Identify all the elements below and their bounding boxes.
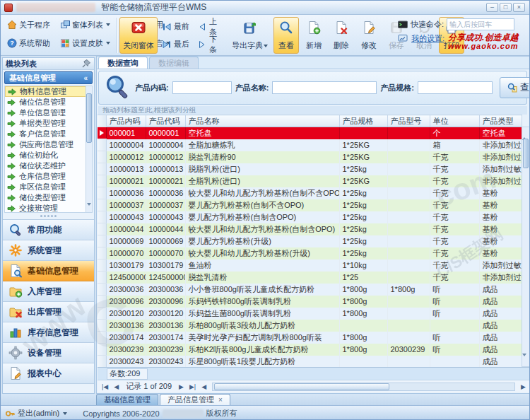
- maximize-button[interactable]: □: [500, 3, 512, 12]
- grid-cell[interactable]: 添加剂过敏原: [479, 259, 522, 272]
- scroll-down-icon[interactable]: [87, 206, 92, 211]
- row-indicator-cell[interactable]: [98, 272, 106, 284]
- grid-cell[interactable]: [387, 247, 430, 259]
- grid-cell[interactable]: 乐星800g听装1段婴儿配方奶粉: [185, 356, 339, 368]
- table-row[interactable]: 2030024320300243乐星800g听装1段婴儿配方奶粉成品: [98, 356, 522, 368]
- hscroll-track[interactable]: [212, 383, 515, 391]
- column-header-产品内码[interactable]: 产品内码: [106, 115, 146, 127]
- row-indicator-cell[interactable]: [98, 139, 106, 151]
- table-row[interactable]: 1000003710000037婴儿配方乳粉基粉(自制不含OPO)1*25kg千…: [98, 199, 522, 211]
- pin-icon[interactable]: [81, 59, 91, 69]
- toolbar-button-nav-first[interactable]: 最前: [160, 18, 194, 35]
- grid-cell[interactable]: 10000069: [146, 235, 185, 247]
- grid-cell[interactable]: 20300243: [106, 356, 146, 368]
- grid-cell[interactable]: [387, 308, 430, 320]
- grid-cell[interactable]: 1*25kg: [339, 247, 387, 259]
- grid-cell[interactable]: 1*25KG: [339, 139, 387, 151]
- grid-cell[interactable]: [387, 139, 430, 151]
- scroll-thumb[interactable]: [86, 93, 92, 143]
- grid-scroll-up-icon[interactable]: [522, 129, 529, 137]
- grid-cell[interactable]: 脱盐乳清粉: [185, 272, 339, 284]
- grid-scrollbar[interactable]: [522, 127, 530, 367]
- grid-cell[interactable]: [387, 235, 430, 247]
- grid-cell[interactable]: 成品: [479, 284, 522, 296]
- column-header-产品型号[interactable]: 产品型号: [387, 115, 430, 127]
- column-header-产品名称[interactable]: 产品名称: [185, 115, 339, 127]
- module-button-常用功能[interactable]: 常用功能: [3, 220, 94, 240]
- grid-cell[interactable]: 000001: [106, 127, 146, 139]
- grid-cell[interactable]: 10000043: [146, 211, 185, 223]
- row-indicator-cell[interactable]: [98, 320, 106, 332]
- table-row[interactable]: 1030017910300179鱼油粉1*10kg千克添加剂过敏原: [98, 259, 522, 272]
- grid-cell[interactable]: 听: [430, 332, 479, 344]
- grid-cell[interactable]: 婴儿配方乳粉基粉(自制不含OPO): [185, 199, 339, 211]
- table-row[interactable]: 1000000410000004全脂加糖炼乳1*25KG箱非添加剂过敏原: [98, 139, 522, 151]
- grid-cell[interactable]: 较大婴儿和幼儿配方乳粉基粉(自制不含OPO): [185, 187, 339, 199]
- grid-cell[interactable]: 20300096: [106, 296, 146, 308]
- grid-cell[interactable]: 千克: [430, 235, 479, 247]
- row-indicator-cell[interactable]: [98, 175, 106, 187]
- grid-cell[interactable]: 乐妈益生菌800g听装调制乳粉: [185, 308, 339, 320]
- grid-cell[interactable]: 千克: [430, 211, 479, 223]
- row-indicator-cell[interactable]: [98, 235, 106, 247]
- table-row[interactable]: 1000002110000021全脂乳粉(进口)1*25KG千克非添加剂过敏原: [98, 175, 522, 187]
- row-indicator-cell[interactable]: [98, 344, 106, 356]
- grid-cell[interactable]: 基粉: [479, 235, 522, 247]
- pager-last-button[interactable]: ▶|: [188, 383, 197, 390]
- grid-cell[interactable]: 20300036: [106, 284, 146, 296]
- grid-cell[interactable]: [387, 151, 430, 163]
- table-row[interactable]: 2030012020300120乐妈益生菌800g听装调制乳粉1*800g听成品: [98, 308, 522, 320]
- grid-cell[interactable]: 基粉: [479, 199, 522, 211]
- module-button-出库管理[interactable]: 出库管理: [3, 302, 94, 322]
- table-row[interactable]: 1000001210000012脱盐乳清粉901*25KG千克非添加剂过敏原: [98, 151, 522, 163]
- grid-cell[interactable]: [387, 175, 430, 187]
- row-indicator-cell[interactable]: [98, 296, 106, 308]
- toolbar-button-nav-last[interactable]: 最后: [160, 35, 194, 53]
- grid-cell[interactable]: 1*25kg: [339, 163, 387, 175]
- row-indicator-cell[interactable]: [98, 163, 106, 175]
- caret-down-icon[interactable]: [63, 412, 67, 415]
- grid-cell[interactable]: [339, 356, 387, 368]
- grid-cell[interactable]: 非添加剂过敏原: [479, 151, 522, 163]
- grid-cell[interactable]: 成品: [479, 356, 522, 368]
- grid-cell[interactable]: 成品: [479, 344, 522, 356]
- toolbar-button-add[interactable]: 新增: [301, 17, 326, 54]
- grid-cell[interactable]: [430, 320, 479, 332]
- toolbar-button-export-dict[interactable]: 导出字典: [228, 17, 271, 54]
- grid-cell[interactable]: 10000044: [146, 223, 185, 235]
- table-row[interactable]: 2030023920300239乐柏K2听装800g儿童成长配方奶粉1*800g…: [98, 344, 522, 356]
- mdi-tab-产品信息管理[interactable]: 产品信息管理×: [160, 394, 230, 405]
- grid-cell[interactable]: 1*25kg: [339, 187, 387, 199]
- grid-cell[interactable]: 10000036: [146, 187, 185, 199]
- module-button-库存信息管理[interactable]: 库存信息管理: [3, 322, 94, 343]
- grid-cell[interactable]: 千克: [430, 175, 479, 187]
- grid-cell[interactable]: 20300243: [146, 356, 185, 368]
- grid-cell[interactable]: 1*25: [339, 272, 387, 284]
- table-row[interactable]: 1000006910000069婴儿配方乳粉基粉(升级)1*25kg千克基粉: [98, 235, 522, 247]
- module-button-系统管理[interactable]: 系统管理: [3, 240, 94, 261]
- sidebar-item-交接班管理[interactable]: 交接班管理: [5, 203, 92, 213]
- grid-cell[interactable]: 成品: [479, 308, 522, 320]
- row-indicator-cell[interactable]: [98, 332, 106, 344]
- module-button-报表中心[interactable]: 报表中心: [3, 363, 94, 384]
- grid-cell[interactable]: 10000044: [106, 223, 146, 235]
- row-indicator-cell[interactable]: [98, 308, 106, 320]
- sidebar-item-单位信息管理[interactable]: 单位信息管理: [5, 107, 92, 118]
- grid-cell[interactable]: [387, 320, 430, 332]
- my-settings-link[interactable]: 我的设置:: [411, 33, 444, 44]
- grid-cell[interactable]: 基粉: [479, 187, 522, 199]
- toolbar-button-help[interactable]: ?系统帮助: [4, 35, 54, 51]
- grid-cell[interactable]: 箱: [430, 139, 479, 151]
- search-button[interactable]: 查询(S): [500, 77, 530, 98]
- grid-cell[interactable]: 10300179: [106, 259, 146, 272]
- grid-cell[interactable]: 10000021: [146, 175, 185, 187]
- grid-cell[interactable]: [387, 356, 430, 368]
- grid-cell[interactable]: 非添加剂过敏原: [479, 272, 522, 284]
- close-button[interactable]: ×: [513, 3, 525, 12]
- sidebar-item-客户信息管理[interactable]: 客户信息管理: [5, 129, 92, 139]
- grid-cell[interactable]: 1*25kg: [339, 223, 387, 235]
- row-indicator-cell[interactable]: [98, 199, 106, 211]
- sidebar-item-储位类型管理[interactable]: 储位类型管理: [5, 192, 92, 203]
- grid-cell[interactable]: 乐柏800g听装3段幼儿配方奶粉: [185, 320, 339, 332]
- grid-cell[interactable]: 20300120: [146, 308, 185, 320]
